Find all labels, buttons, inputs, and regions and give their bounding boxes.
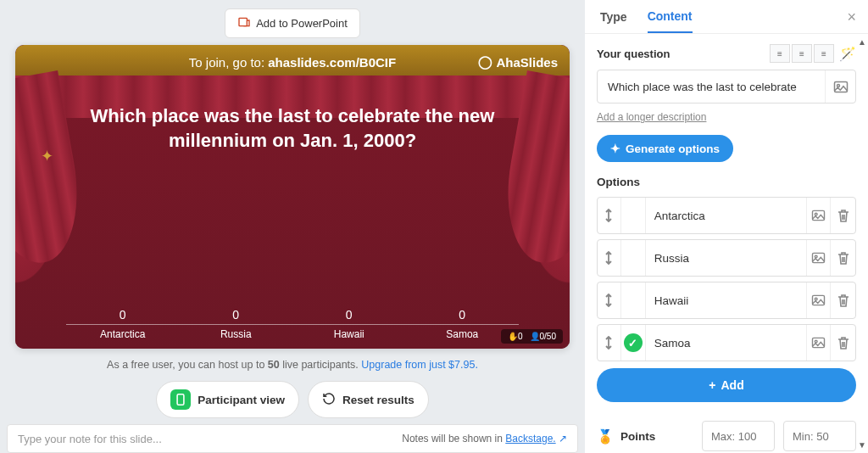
option-row (597, 197, 856, 234)
option-image-button[interactable] (806, 325, 831, 361)
scroll-up-arrow[interactable]: ▲ (858, 37, 866, 47)
hand-raised-icon: ✋0 (508, 332, 523, 341)
reset-results-button[interactable]: Reset results (308, 381, 429, 418)
reset-results-label: Reset results (342, 394, 415, 406)
add-to-powerpoint-button[interactable]: Add to PowerPoint (225, 8, 360, 38)
text-align-group: ≡ ≡ ≡ (770, 44, 834, 63)
svg-point-9 (815, 298, 817, 300)
add-to-powerpoint-label: Add to PowerPoint (256, 17, 348, 30)
slide-question-text: Which place was the last to celebrate th… (49, 104, 536, 153)
option-text-input[interactable] (646, 210, 806, 222)
host-info-text: As a free user, you can host up to 50 li… (15, 359, 570, 371)
drag-handle-icon[interactable] (598, 198, 621, 233)
option-delete-button[interactable] (831, 325, 855, 361)
option-text-input[interactable] (646, 337, 806, 350)
svg-rect-4 (812, 210, 824, 220)
settings-panel: Type Content × ▲ Your question ≡ ≡ ≡ 🪄 A… (585, 0, 868, 453)
correct-answer-slot[interactable] (621, 282, 646, 318)
scroll-down-arrow[interactable]: ▼ (858, 440, 866, 450)
align-center-button[interactable]: ≡ (792, 44, 812, 63)
svg-rect-2 (834, 81, 847, 92)
your-question-label: Your question (597, 48, 670, 60)
points-min-input[interactable] (783, 421, 856, 451)
upgrade-link[interactable]: Upgrade from just $7.95. (361, 359, 478, 371)
question-input[interactable] (598, 81, 825, 93)
align-right-button[interactable]: ≡ (814, 44, 834, 63)
tab-content[interactable]: Content (648, 1, 693, 33)
sparkle-icon: ✦ (41, 147, 53, 165)
option-delete-button[interactable] (831, 240, 855, 276)
correct-answer-slot[interactable]: ✓ (621, 325, 646, 361)
add-option-button[interactable]: + Add (597, 368, 856, 402)
svg-rect-6 (812, 253, 824, 262)
correct-answer-slot[interactable] (621, 198, 646, 233)
slide-preview: To join, go to: ahaslides.com/B0CIF ◯Aha… (15, 45, 570, 349)
people-count-icon: 👤0/50 (530, 332, 556, 341)
magic-wand-icon[interactable]: 🪄 (839, 46, 856, 62)
generate-options-label: Generate options (626, 143, 720, 155)
option-delete-button[interactable] (831, 198, 855, 233)
add-option-label: Add (721, 378, 743, 392)
close-panel-button[interactable]: × (847, 8, 856, 26)
correct-answer-slot[interactable] (621, 240, 646, 276)
drag-handle-icon[interactable] (598, 282, 621, 318)
note-placeholder: Type your note for this slide... (18, 433, 162, 445)
reset-icon (322, 392, 336, 408)
option-image-button[interactable] (806, 282, 831, 318)
svg-rect-8 (812, 295, 824, 305)
options-heading: Options (597, 176, 856, 188)
align-left-button[interactable]: ≡ (770, 44, 790, 63)
option-delete-button[interactable] (831, 282, 855, 318)
option-row (597, 282, 856, 319)
svg-point-11 (815, 340, 817, 343)
option-image-button[interactable] (806, 198, 831, 233)
option-row (597, 239, 856, 277)
svg-point-5 (815, 213, 817, 215)
result-chart: 0 Antarctica 0 Russia 0 Hawaii 0 Samoa (66, 298, 519, 340)
check-icon: ✓ (624, 333, 643, 352)
svg-point-7 (815, 255, 817, 258)
points-label: 🏅 Points (597, 428, 693, 445)
svg-rect-0 (239, 18, 247, 25)
svg-rect-10 (812, 338, 824, 347)
trophy-icon: 🏅 (597, 428, 614, 445)
svg-rect-1 (177, 394, 184, 405)
slide-note-bar[interactable]: Type your note for this slide... Notes w… (7, 424, 578, 453)
points-max-input[interactable] (702, 421, 775, 451)
slide-join-banner: To join, go to: ahaslides.com/B0CIF ◯Aha… (15, 45, 570, 79)
participant-view-label: Participant view (198, 394, 285, 406)
main-editor-area: Add to PowerPoint To join, go to: ahasli… (0, 0, 585, 453)
sparkle-icon: ✦ (610, 142, 620, 155)
external-link-icon: ↗ (559, 433, 567, 445)
drag-handle-icon[interactable] (598, 240, 621, 276)
backstage-link[interactable]: Backstage. (505, 433, 555, 445)
phone-icon (170, 389, 191, 410)
participant-view-button[interactable]: Participant view (156, 381, 299, 418)
plus-icon: + (709, 378, 715, 392)
option-text-input[interactable] (646, 252, 806, 265)
powerpoint-icon (237, 15, 251, 31)
tab-type[interactable]: Type (600, 2, 627, 32)
option-row: ✓ (597, 324, 856, 361)
question-image-button[interactable] (825, 70, 855, 103)
svg-point-3 (837, 84, 839, 87)
option-image-button[interactable] (806, 240, 831, 276)
add-description-link[interactable]: Add a longer description (597, 111, 706, 123)
option-text-input[interactable] (646, 294, 806, 307)
panel-tabs: Type Content × (585, 0, 868, 34)
slide-footer-stats: ✋0 👤0/50 (501, 329, 563, 344)
drag-handle-icon[interactable] (598, 325, 621, 361)
generate-options-button[interactable]: ✦ Generate options (597, 135, 733, 162)
